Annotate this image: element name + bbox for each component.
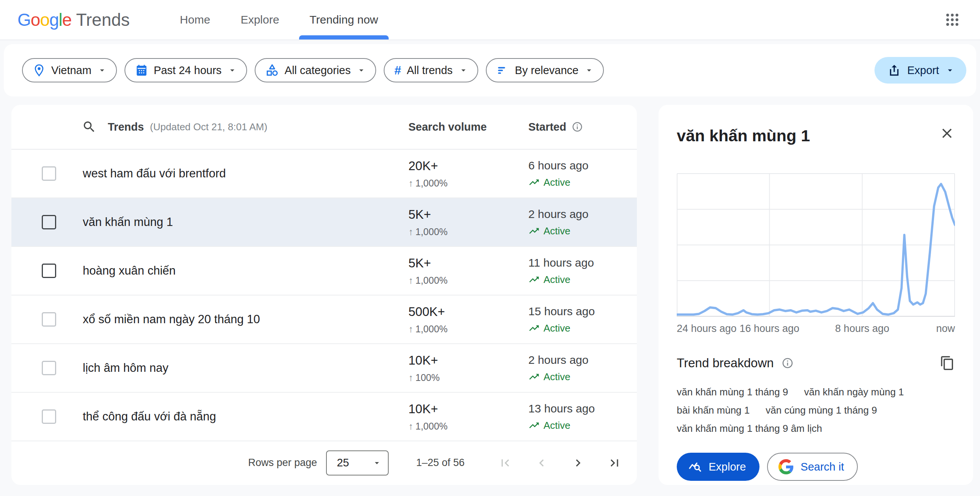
search-volume-value: 10K+ (408, 402, 528, 416)
panel-title: văn khấn mùng 1 (677, 125, 810, 146)
search-it-button[interactable]: Search it (767, 453, 858, 481)
started-value: 11 hours ago (528, 256, 637, 269)
search-volume-value: 5K+ (408, 207, 528, 222)
started-cell: 2 hours ago Active (528, 354, 637, 383)
last-page-button[interactable] (607, 456, 622, 470)
started-cell: 6 hours ago Active (528, 159, 637, 188)
chevron-down-icon (945, 65, 955, 75)
nav-item-trending-now[interactable]: Trending now (294, 0, 394, 40)
row-checkbox[interactable] (42, 312, 56, 327)
calendar-icon (135, 64, 148, 77)
up-arrow-icon: ↑ (408, 372, 413, 383)
table-row[interactable]: thể công đấu với đà nẵng 10K+ ↑1,000% 13… (11, 393, 637, 441)
search-volume-cell: 5K+ ↑1,000% (408, 256, 528, 286)
trending-up-icon (528, 274, 540, 285)
info-icon[interactable] (781, 357, 794, 369)
trend-breakdown-title: Trend breakdown (677, 356, 774, 370)
table-row[interactable]: văn khấn mùng 1 5K+ ↑1,000% 2 hours ago … (11, 198, 637, 247)
started-value: 2 hours ago (528, 208, 637, 221)
status-badge: Active (528, 274, 637, 285)
google-apps-grid-icon[interactable] (940, 7, 965, 32)
table-row[interactable]: hoàng xuân chiến 5K+ ↑1,000% 11 hours ag… (11, 247, 637, 295)
filter-sort[interactable]: By relevance (486, 58, 604, 83)
sort-icon (496, 64, 509, 77)
breakdown-term-row: văn khấn mùng 1 tháng 9văn khấn ngày mùn… (677, 383, 955, 401)
table-title: Trends (108, 121, 144, 133)
filter-time-range[interactable]: Past 24 hours (124, 58, 247, 83)
search-volume-cell: 500K+ ↑1,000% (408, 305, 528, 335)
google-trends-logo[interactable]: Google Trends (18, 10, 130, 30)
filter-trend-type[interactable]: # All trends (384, 58, 478, 83)
up-arrow-icon: ↑ (408, 324, 413, 335)
copy-terms-button[interactable] (940, 356, 955, 371)
breakdown-term[interactable]: văn khấn ngày mùng 1 (804, 386, 904, 398)
filter-categories[interactable]: All categories (255, 58, 376, 83)
location-pin-icon (33, 64, 46, 77)
info-icon[interactable] (572, 121, 583, 132)
trend-sparkline-chart (677, 173, 955, 317)
panel-actions: Explore Search it (677, 453, 955, 481)
chevron-down-icon (228, 65, 237, 75)
close-panel-button[interactable] (939, 125, 955, 141)
explore-trends-icon (688, 459, 703, 474)
column-header-search-volume[interactable]: Search volume (408, 121, 528, 133)
volume-delta: ↑1,000% (408, 324, 528, 335)
breakdown-term[interactable]: văn khấn mùng 1 tháng 9 âm lịch (677, 423, 822, 434)
trending-up-icon (528, 419, 540, 431)
started-value: 2 hours ago (528, 354, 637, 367)
row-checkbox[interactable] (42, 361, 56, 375)
trend-term: hoàng xuân chiến (83, 264, 176, 278)
export-button[interactable]: Export (875, 57, 966, 83)
search-volume-cell: 10K+ ↑100% (408, 353, 528, 383)
chart-axis-label: 16 hours ago (740, 323, 800, 335)
up-arrow-icon: ↑ (408, 421, 413, 432)
table-row[interactable]: lịch âm hôm nay 10K+ ↑100% 2 hours ago A… (11, 344, 637, 393)
first-page-button[interactable] (498, 456, 512, 470)
breakdown-term[interactable]: văn khấn mùng 1 tháng 9 (677, 386, 788, 398)
table-header: Trends (Updated Oct 21, 8:01 AM) Search … (11, 105, 637, 150)
pagination-range: 1–25 of 56 (416, 457, 465, 469)
volume-delta: ↑1,000% (408, 178, 528, 189)
search-icon (82, 120, 96, 134)
chart-x-axis-labels: 24 hours ago16 hours ago8 hours agonow (677, 323, 955, 337)
started-value: 6 hours ago (528, 159, 637, 172)
table-row[interactable]: xổ số miền nam ngày 20 tháng 10 500K+ ↑1… (11, 295, 637, 344)
row-checkbox[interactable] (42, 215, 56, 230)
filter-location[interactable]: Vietnam (22, 58, 117, 83)
explore-button[interactable]: Explore (677, 453, 759, 481)
status-badge: Active (528, 371, 637, 383)
trend-breakdown-terms: văn khấn mùng 1 tháng 9văn khấn ngày mùn… (677, 383, 955, 437)
column-header-started[interactable]: Started (528, 121, 637, 133)
chart-axis-label: 8 hours ago (835, 323, 889, 335)
breakdown-term[interactable]: bài khấn mùng 1 (677, 405, 749, 416)
breakdown-term[interactable]: văn cúng mùng 1 tháng 9 (765, 405, 877, 416)
chevron-down-icon (458, 65, 468, 75)
trending-up-icon (528, 371, 540, 383)
apps-grid-icon (944, 12, 960, 28)
started-cell: 15 hours ago Active (528, 305, 637, 334)
table-pagination: Rows per page 25 1–25 of 56 (11, 441, 637, 484)
row-checkbox[interactable] (42, 166, 56, 181)
rows-per-page-select[interactable]: 25 (326, 450, 389, 475)
nav-item-explore[interactable]: Explore (226, 0, 294, 40)
chevron-down-icon (372, 458, 382, 468)
volume-delta: ↑100% (408, 372, 528, 383)
chevron-down-icon (584, 65, 594, 75)
row-checkbox[interactable] (42, 263, 56, 278)
breakdown-term-row: văn khấn mùng 1 tháng 9 âm lịch (677, 419, 955, 437)
chevron-down-icon (97, 65, 107, 75)
nav-item-home[interactable]: Home (165, 0, 226, 40)
top-nav: Google Trends Home Explore Trending now (0, 0, 980, 40)
search-volume-value: 10K+ (408, 353, 528, 368)
up-arrow-icon: ↑ (408, 178, 413, 189)
next-page-button[interactable] (571, 456, 585, 470)
started-cell: 13 hours ago Active (528, 402, 637, 431)
row-checkbox[interactable] (42, 410, 56, 424)
trend-term: thể công đấu với đà nẵng (83, 410, 216, 423)
table-rows: west ham đấu với brentford 20K+ ↑1,000% … (11, 150, 637, 441)
sparkline-series (677, 184, 955, 314)
trend-chart: 24 hours ago16 hours ago8 hours agonow (677, 173, 955, 337)
table-row[interactable]: west ham đấu với brentford 20K+ ↑1,000% … (11, 150, 637, 198)
previous-page-button[interactable] (535, 456, 549, 470)
trends-wordmark: Trends (76, 10, 129, 30)
